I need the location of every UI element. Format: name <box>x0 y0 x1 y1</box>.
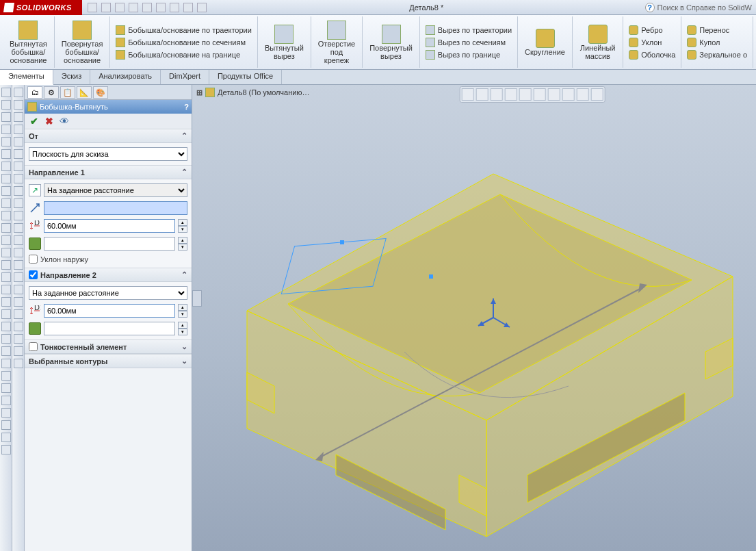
move-button[interactable]: Перенос <box>686 25 748 36</box>
fillet-button[interactable]: Скругление <box>522 27 568 57</box>
svg-rect-6 <box>340 240 344 244</box>
swept-cut-button[interactable]: Вырез по траектории <box>424 25 513 36</box>
display-style-button[interactable] <box>534 88 546 101</box>
lofted-cut-button[interactable]: Вырез по сечениям <box>424 37 513 48</box>
view-orient-button[interactable] <box>519 88 532 101</box>
linear-pattern-button[interactable]: Линейный массив <box>577 23 618 62</box>
mirror-button[interactable]: Зеркальное о <box>686 49 748 60</box>
direction1-ref-input[interactable] <box>44 201 187 215</box>
chevron-up-icon: ⌃ <box>181 270 187 279</box>
depth2-up[interactable]: ▴ <box>178 304 187 311</box>
depth1-input[interactable] <box>44 219 175 233</box>
merge-icon[interactable] <box>29 238 41 250</box>
prev-view-button[interactable] <box>491 88 503 101</box>
draft-button[interactable]: Уклон <box>627 37 677 48</box>
title-bar: SOLIDWORKS Деталь8 * ? Поиск в Справке п… <box>0 0 756 15</box>
depth2-down[interactable]: ▾ <box>178 311 187 318</box>
scene-button[interactable] <box>562 88 575 101</box>
tab-sketch[interactable]: Эскиз <box>53 70 90 84</box>
svg-text:D1: D1 <box>34 220 40 227</box>
save-button[interactable] <box>115 3 125 12</box>
ok-button[interactable]: ✔ <box>29 116 40 127</box>
draft1-input[interactable] <box>44 237 175 251</box>
dome-button[interactable]: Купол <box>686 37 748 48</box>
dim-tab[interactable]: 📐 <box>77 86 92 99</box>
zoom-area-button[interactable] <box>476 88 488 101</box>
merge2-icon[interactable] <box>29 322 41 335</box>
depth-icon: D1 <box>29 220 41 232</box>
appearance-button[interactable] <box>577 88 589 101</box>
selected-contours-header[interactable]: Выбранные контуры⌄ <box>25 355 192 368</box>
left-toolbar-1 <box>0 85 12 551</box>
feature-title: Бобышка-Вытянуть ? <box>25 100 192 114</box>
depth2-input[interactable] <box>44 304 175 318</box>
section-view-button[interactable] <box>505 88 517 101</box>
pin-flyout-button[interactable] <box>192 290 202 307</box>
direction2-header[interactable]: Направление 2⌃ <box>25 268 192 282</box>
redo-button[interactable] <box>156 3 166 12</box>
print-button[interactable] <box>129 3 138 12</box>
extrude-boss-button[interactable]: Вытянутая бобышка/основание <box>7 19 50 66</box>
chevron-down-icon: ⌄ <box>181 357 187 366</box>
chevron-up-icon: ⌃ <box>181 168 187 177</box>
cancel-button[interactable]: ✖ <box>44 116 55 127</box>
chevron-up-icon: ⌃ <box>181 131 187 140</box>
rebuild-button[interactable] <box>170 3 179 12</box>
draft-outward1-check[interactable] <box>29 255 38 264</box>
tab-office[interactable]: Продукты Office <box>209 70 282 84</box>
revolve-boss-button[interactable]: Повернутая бобышка/основание <box>59 19 106 66</box>
help-search[interactable]: ? Поиск в Справке по SolidW <box>641 3 757 12</box>
boundary-boss-button[interactable]: Бобышка/основание на границе <box>114 49 253 60</box>
thin-feature-check[interactable] <box>29 342 38 351</box>
depth1-down[interactable]: ▾ <box>178 226 187 233</box>
display-tab[interactable]: 🎨 <box>93 86 108 99</box>
end-condition1-select[interactable]: На заданное расстояние <box>44 183 187 197</box>
model-preview <box>206 119 753 551</box>
boundary-cut-button[interactable]: Вырез по границе <box>424 49 513 60</box>
reverse-dir1-button[interactable]: ↗ <box>29 184 41 196</box>
revolve-cut-button[interactable]: Повернутый вырез <box>367 23 415 62</box>
extrude-cut-button[interactable]: Вытянутый вырез <box>262 23 307 62</box>
vt1-btn[interactable] <box>1 88 11 97</box>
document-title: Деталь8 * <box>212 3 641 12</box>
ribbon: Вытянутая бобышка/основание Повернутая б… <box>0 15 756 70</box>
direction2-enable[interactable] <box>29 270 38 279</box>
flyout-tree[interactable]: ⊞ Деталь8 (По умолчанию… <box>196 88 310 97</box>
undo-button[interactable] <box>142 3 152 12</box>
open-button[interactable] <box>101 3 111 12</box>
expand-icon[interactable]: ⊞ <box>196 88 203 97</box>
config-tab[interactable]: 📋 <box>60 86 75 99</box>
zoom-fit-button[interactable] <box>462 88 474 101</box>
help-icon: ? <box>645 3 655 12</box>
property-tab[interactable]: ⚙ <box>44 86 59 99</box>
command-manager-tabs: Элементы Эскиз Анализировать DimXpert Пр… <box>0 70 756 85</box>
help-icon[interactable]: ? <box>184 103 189 111</box>
options-button[interactable] <box>183 3 193 12</box>
depth1-up[interactable]: ▴ <box>178 219 187 226</box>
swept-boss-button[interactable]: Бобышка/основание по траектории <box>114 25 253 36</box>
tab-features[interactable]: Элементы <box>0 70 53 85</box>
draft2-input[interactable] <box>44 322 175 335</box>
preview-button[interactable]: 👁 <box>59 116 70 127</box>
lofted-boss-button[interactable]: Бобышка/основание по сечениям <box>114 37 253 48</box>
depth2-icon: D2 <box>29 305 41 317</box>
end-condition2-select[interactable]: На заданное расстояние <box>29 286 187 300</box>
new-button[interactable] <box>88 3 97 12</box>
shell-button[interactable]: Оболочка <box>627 49 677 60</box>
from-select[interactable]: Плоскость для эскиза <box>29 147 187 161</box>
graphics-viewport[interactable]: ⊞ Деталь8 (По умолчанию… <box>192 85 756 551</box>
heads-up-toolbar <box>460 86 605 103</box>
settings-button[interactable] <box>591 88 603 101</box>
tab-evaluate[interactable]: Анализировать <box>90 70 161 84</box>
from-section-header[interactable]: От⌃ <box>25 129 192 143</box>
rib-button[interactable]: Ребро <box>627 25 677 36</box>
quick-access-toolbar <box>82 3 212 12</box>
hole-wizard-button[interactable]: Отверстие под крепеж <box>315 19 358 66</box>
thin-feature-header[interactable]: Тонкостенный элемент⌄ <box>25 340 192 354</box>
help-button[interactable] <box>197 3 207 12</box>
hide-show-button[interactable] <box>548 88 560 101</box>
chevron-down-icon: ⌄ <box>181 342 187 351</box>
direction1-header[interactable]: Направление 1⌃ <box>25 166 192 179</box>
feature-tree-tab[interactable]: 🗂 <box>27 86 42 99</box>
tab-dimxpert[interactable]: DimXpert <box>161 70 209 84</box>
